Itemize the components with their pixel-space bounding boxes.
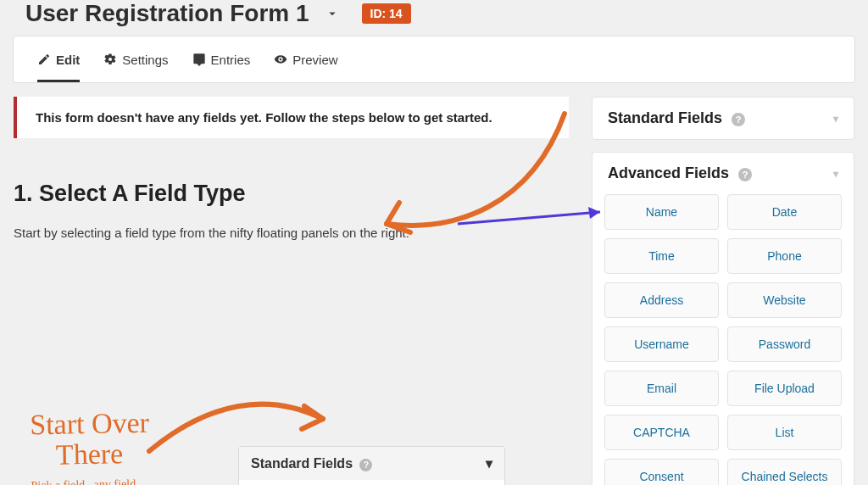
caret-down-icon: ▾ xyxy=(833,168,838,180)
standard-fields-title: Standard Fields xyxy=(608,109,722,126)
pencil-icon xyxy=(37,53,51,66)
empty-form-notice: This form doesn't have any fields yet. F… xyxy=(14,97,569,138)
annotation-start-over-there: Start Over There Pick a field.. any fiel… xyxy=(30,408,151,485)
standard-fields-panel: Standard Fields ? ▾ xyxy=(592,97,854,140)
field-list[interactable]: List xyxy=(727,415,842,450)
tab-edit[interactable]: Edit xyxy=(37,36,80,82)
field-name[interactable]: Name xyxy=(604,194,719,230)
advanced-fields-header[interactable]: Advanced Fields ? ▾ xyxy=(593,153,854,194)
step1-heading: 1. Select A Field Type xyxy=(14,181,575,207)
help-icon: ? xyxy=(359,459,372,471)
field-time[interactable]: Time xyxy=(604,238,719,274)
field-address[interactable]: Address xyxy=(604,282,719,318)
field-phone[interactable]: Phone xyxy=(727,238,842,274)
form-tabs: Edit Settings Entries Preview xyxy=(13,36,855,83)
sample-panel-title: Standard Fields xyxy=(251,456,353,471)
standard-fields-header[interactable]: Standard Fields ? ▾ xyxy=(593,98,854,139)
field-date[interactable]: Date xyxy=(727,194,842,230)
help-icon: ? xyxy=(738,168,752,181)
speech-bubble-icon xyxy=(192,53,206,66)
help-icon: ? xyxy=(732,113,745,126)
advanced-fields-grid: Name Date Time Phone Address Website Use… xyxy=(593,194,854,485)
field-panels-sidebar: Standard Fields ? ▾ Advanced Fields ? ▾ … xyxy=(592,97,854,485)
tab-edit-label: Edit xyxy=(56,53,80,67)
field-password[interactable]: Password xyxy=(727,326,842,362)
tab-entries[interactable]: Entries xyxy=(192,36,251,82)
annotation-line1: Start Over xyxy=(30,407,149,440)
eye-icon xyxy=(274,53,287,66)
field-username[interactable]: Username xyxy=(604,326,719,362)
annotation-sub1: Pick a field.. any field. xyxy=(31,477,138,485)
sample-panel-fields: Single Line Text Paragraph Text Drop Dow… xyxy=(239,480,504,485)
form-switcher-chevron[interactable] xyxy=(323,4,342,23)
form-editor-area: This form doesn't have any fields yet. F… xyxy=(14,97,575,485)
tab-entries-label: Entries xyxy=(211,53,251,67)
chevron-down-icon xyxy=(325,6,340,21)
advanced-fields-panel: Advanced Fields ? ▾ Name Date Time Phone… xyxy=(592,152,854,485)
tab-preview[interactable]: Preview xyxy=(274,36,337,82)
gear-icon xyxy=(103,53,117,66)
step1-description: Start by selecting a field type from the… xyxy=(14,226,575,240)
field-email[interactable]: Email xyxy=(604,371,719,406)
field-file-upload[interactable]: File Upload xyxy=(727,371,842,406)
field-chained-selects[interactable]: Chained Selects xyxy=(727,459,842,485)
sample-panel-header[interactable]: Standard Fields ? ▾ xyxy=(239,447,504,480)
advanced-fields-title: Advanced Fields xyxy=(608,164,729,181)
field-captcha[interactable]: CAPTCHA xyxy=(604,415,719,450)
svg-line-0 xyxy=(458,212,600,224)
field-consent[interactable]: Consent xyxy=(604,459,719,485)
tab-preview-label: Preview xyxy=(292,53,337,67)
field-website[interactable]: Website xyxy=(727,282,842,318)
form-header: User Registration Form 1 ID: 14 xyxy=(0,0,868,36)
form-id-badge: ID: 14 xyxy=(362,3,411,24)
caret-down-icon: ▾ xyxy=(833,113,838,125)
tab-settings-label: Settings xyxy=(122,53,168,67)
annotation-line2: There xyxy=(56,438,124,470)
sample-standard-fields-panel: Standard Fields ? ▾ Single Line Text Par… xyxy=(238,446,505,485)
form-title: User Registration Form 1 xyxy=(25,0,309,27)
tab-settings[interactable]: Settings xyxy=(103,36,168,82)
caret-down-icon: ▾ xyxy=(486,455,492,471)
